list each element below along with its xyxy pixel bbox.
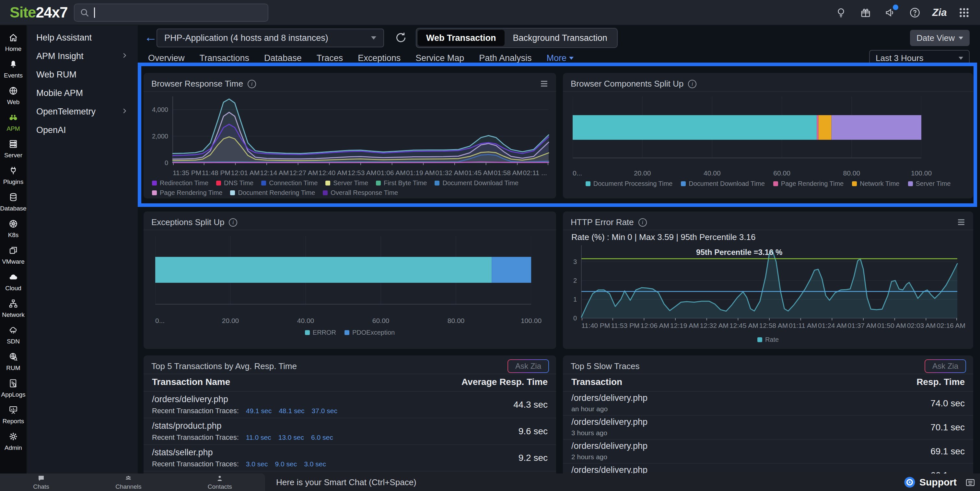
bar-segment-pdoexception[interactable]: [492, 257, 531, 283]
legend-item-server-time[interactable]: Server Time: [325, 179, 368, 187]
transaction-name-link[interactable]: /stats/seller.php: [152, 448, 213, 458]
legend-item-pdoexception[interactable]: PDOException: [345, 329, 395, 336]
transaction-name-link[interactable]: /orders/delivery.php: [152, 394, 228, 405]
application-selector[interactable]: PHP-Application (4 hosts and 8 instances…: [156, 29, 384, 47]
resp-time-value: 70.1 sec: [931, 422, 965, 433]
transaction-name-link[interactable]: /orders/delivery.php: [571, 441, 648, 451]
dock-item-chats[interactable]: Chats: [33, 475, 49, 490]
tab-more[interactable]: More: [546, 53, 574, 63]
submenu-item-opentelemetry[interactable]: OpenTelemetry: [27, 102, 138, 121]
sidebar-item-vmware[interactable]: VMware: [0, 242, 27, 268]
keyboard-icon[interactable]: [965, 477, 975, 489]
sidebar-item-reports[interactable]: Reports: [0, 402, 27, 428]
ask-zia-button[interactable]: Ask Zia: [924, 359, 966, 373]
trace-link[interactable]: 49.1 sec: [246, 407, 272, 415]
support-button[interactable]: Support: [904, 477, 957, 488]
submenu-item-web-rum[interactable]: Web RUM: [27, 65, 138, 84]
transaction-name-link[interactable]: /stats/product.php: [152, 421, 222, 431]
megaphone-icon[interactable]: [883, 5, 898, 20]
trace-link[interactable]: 13.0 sec: [278, 434, 304, 442]
legend-item-first-byte-time[interactable]: First Byte Time: [376, 179, 427, 187]
tab-service-map[interactable]: Service Map: [415, 53, 464, 63]
bar-segment-document-processing-time[interactable]: [573, 115, 817, 140]
tab-web-transaction[interactable]: Web Transaction: [418, 30, 504, 46]
tab-overview[interactable]: Overview: [148, 53, 185, 63]
trace-link[interactable]: 37.0 sec: [312, 407, 337, 415]
trace-link[interactable]: 3.0 sec: [304, 460, 326, 468]
trace-link[interactable]: 11.0 sec: [246, 434, 271, 442]
sidebar-item-label: Admin: [5, 444, 22, 451]
help-icon[interactable]: [907, 5, 922, 20]
sidebar-item-rum[interactable]: RUM: [0, 348, 27, 375]
hamburger-icon[interactable]: [956, 217, 966, 228]
sidebar-item-cloud[interactable]: Cloud: [0, 268, 27, 295]
sidebar-item-k8s[interactable]: K8s: [0, 215, 27, 242]
sidebar-item-network[interactable]: Network: [0, 295, 27, 322]
sidebar-item-database[interactable]: Database: [0, 189, 27, 215]
sidebar-item-events[interactable]: Events: [0, 56, 27, 82]
submenu-item-mobile-apm[interactable]: Mobile APM: [27, 84, 138, 102]
legend-item-overall-response-time[interactable]: Overall Response Time: [323, 189, 398, 196]
apps-grid-icon[interactable]: [957, 5, 972, 20]
hamburger-icon[interactable]: [539, 79, 549, 90]
sidebar-item-web[interactable]: Web: [0, 82, 27, 109]
submenu-item-apm-insight[interactable]: APM Insight: [27, 47, 138, 65]
transaction-name-link[interactable]: /orders/delivery.php: [571, 393, 648, 403]
sidebar-item-applogs[interactable]: AppLogs: [0, 375, 27, 402]
legend-item-redirection-time[interactable]: Redirection Time: [152, 179, 208, 187]
trace-link[interactable]: 9.0 sec: [275, 460, 297, 468]
legend-item-document-processing-time[interactable]: Document Processing Time: [585, 180, 673, 187]
bar-segment-error[interactable]: [155, 257, 492, 283]
sidebar-item-home[interactable]: Home: [0, 29, 27, 56]
bar-segment-server-time[interactable]: [831, 115, 921, 140]
submenu-item-help-assistant[interactable]: Help Assistant: [27, 29, 138, 47]
dock-item-contacts[interactable]: Contacts: [208, 475, 232, 490]
trace-link[interactable]: 3.0 sec: [246, 460, 268, 468]
sidebar-item-sdn[interactable]: SDN: [0, 322, 27, 348]
time-range-select[interactable]: Last 3 Hours: [869, 50, 970, 66]
gift-icon[interactable]: [858, 5, 873, 20]
trace-link[interactable]: 48.1 sec: [279, 407, 304, 415]
refresh-icon[interactable]: [395, 31, 407, 45]
legend-item-error[interactable]: ERROR: [305, 329, 336, 336]
info-icon[interactable]: [229, 218, 237, 227]
legend-item-page-rendering-time[interactable]: Page Rendering Time: [773, 180, 843, 187]
info-icon[interactable]: [688, 80, 697, 88]
date-view-button[interactable]: Date View: [910, 30, 970, 46]
ask-zia-button[interactable]: Ask Zia: [508, 359, 549, 373]
legend-item-document-download-time[interactable]: Document Download Time: [434, 179, 519, 187]
tab-path-analysis[interactable]: Path Analysis: [479, 53, 531, 63]
legend-item-document-rendering-time[interactable]: Document Rendering Time: [230, 189, 315, 196]
info-icon[interactable]: [248, 80, 256, 88]
submenu-item-openai[interactable]: OpenAI: [27, 121, 138, 139]
tab-traces[interactable]: Traces: [317, 53, 343, 63]
site24x7-logo[interactable]: Site24x7: [10, 3, 68, 21]
transaction-name-link[interactable]: /orders/delivery.php: [571, 417, 648, 427]
tab-exceptions[interactable]: Exceptions: [358, 53, 401, 63]
legend-item-network-time[interactable]: Network Time: [852, 180, 899, 187]
sidebar-item-apm[interactable]: APM: [0, 109, 27, 136]
legend-item-page-rendering-time[interactable]: Page Rendering Time: [152, 189, 222, 196]
sidebar-item-plugins[interactable]: Plugins: [0, 162, 27, 189]
back-arrow-icon[interactable]: ←: [144, 30, 157, 43]
bar-segment-network-time[interactable]: [819, 115, 832, 140]
tab-transactions[interactable]: Transactions: [200, 53, 250, 63]
sidebar-item-admin[interactable]: Admin: [0, 428, 27, 455]
smart-chat-hint[interactable]: Here is your Smart Chat (Ctrl+Space): [276, 477, 417, 488]
sidebar-item-server[interactable]: Server: [0, 136, 27, 162]
tab-background-transaction[interactable]: Background Transaction: [504, 30, 616, 46]
global-search-input[interactable]: [74, 3, 268, 22]
notification-badge: [893, 5, 898, 10]
legend-item-rate[interactable]: Rate: [757, 336, 779, 343]
legend-item-dns-time[interactable]: DNS Time: [216, 179, 253, 187]
info-icon[interactable]: [638, 218, 647, 227]
legend-item-server-time[interactable]: Server Time: [908, 180, 951, 187]
legend-item-document-download-time[interactable]: Document Download Time: [681, 180, 765, 187]
trace-link[interactable]: 6.0 sec: [311, 434, 333, 442]
zia-icon[interactable]: Zia: [932, 5, 947, 20]
tab-database[interactable]: Database: [264, 53, 302, 63]
legend-item-connection-time[interactable]: Connection Time: [261, 179, 318, 187]
bar-segment-page-rendering-time[interactable]: [817, 115, 818, 140]
dock-item-channels[interactable]: Channels: [115, 475, 141, 490]
bulb-icon[interactable]: [834, 5, 848, 20]
